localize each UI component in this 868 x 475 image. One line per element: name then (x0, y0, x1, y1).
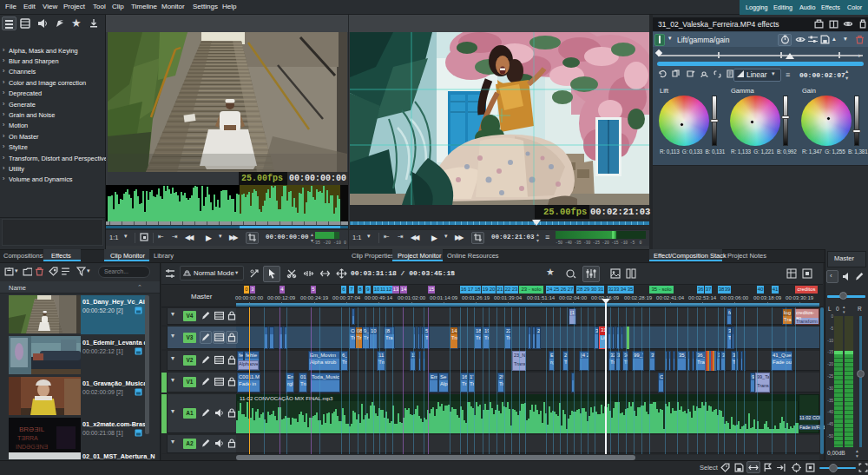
svg-text:TƎRRA: TƎRRA (17, 435, 38, 441)
svg-text:BRƏƎIL: BRƏƎIL (19, 426, 45, 433)
svg-text:INDƏGƎNƎ: INDƏGƎNƎ (16, 444, 48, 450)
